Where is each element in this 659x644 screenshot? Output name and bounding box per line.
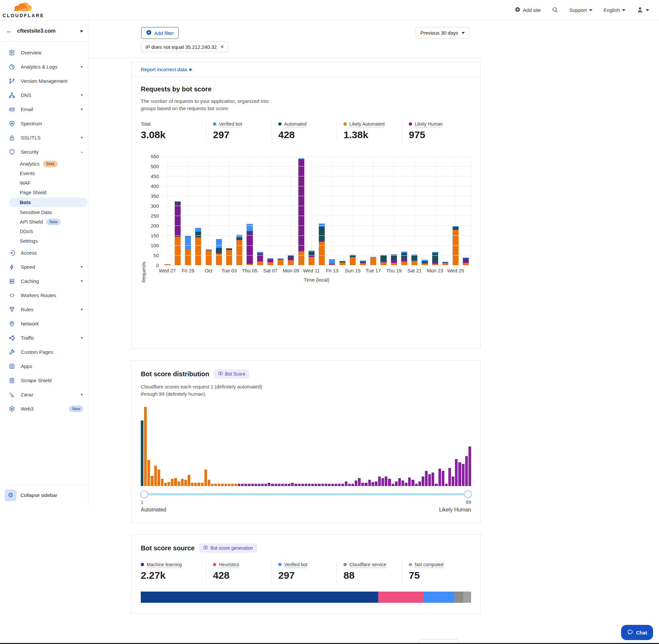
distribution-bar-score-79 — [402, 480, 404, 486]
sidebar-item-security[interactable]: Security▲ — [0, 145, 88, 159]
bar-segment-automated — [380, 256, 386, 262]
y-tick: 0 — [156, 262, 159, 268]
stat-label: Verified bot — [284, 562, 307, 567]
sidebar-item-page-shield[interactable]: Page Shield — [0, 188, 88, 197]
sidebar-item-access[interactable]: Access — [0, 246, 88, 260]
account-menu[interactable] — [637, 6, 649, 14]
x-tick: Thu 19 — [386, 268, 402, 273]
slider-handle-min[interactable] — [140, 490, 148, 498]
sidebar-item-settings[interactable]: Settings — [0, 236, 88, 246]
stat-cloudflare-service: Cloudflare service88 — [336, 561, 402, 583]
stat-label: Automated — [284, 121, 307, 127]
bar-oct-07 — [265, 156, 275, 265]
sidebar-item-analytics[interactable]: AnalyticsBeta — [0, 159, 88, 168]
distribution-bar-score-1 — [141, 420, 143, 486]
stat-label: Not computed — [415, 562, 443, 567]
bar-segment-verified-bot — [195, 228, 201, 232]
sidebar-item-label: Apps — [21, 363, 84, 369]
distribution-bar-score-80 — [405, 483, 407, 486]
sidebar-item-apps[interactable]: Apps — [0, 359, 88, 373]
settings-gear-button[interactable]: ⚙ — [5, 489, 17, 501]
sidebar-subitem-label: WAF — [20, 180, 31, 186]
language-menu[interactable]: English — [604, 7, 626, 13]
report-incorrect-data-link[interactable]: Report incorrect data ▶ — [132, 62, 480, 77]
bar-segment-likely-human — [401, 258, 407, 262]
bar-segment-likely-automated — [175, 237, 181, 265]
slider-handle-max[interactable] — [464, 490, 472, 498]
sidebar-item-scrape-shield[interactable]: Scrape Shield — [0, 373, 88, 388]
sidebar-item-version-management[interactable]: Version Management — [0, 74, 88, 88]
sidebar-item-zaraz[interactable]: Zaraz▼ — [0, 388, 88, 401]
distribution-bar-score-19 — [201, 483, 204, 486]
distribution-bar-score-25 — [221, 484, 223, 486]
collapse-sidebar-button[interactable]: Collapse sidebar — [20, 492, 57, 498]
distribution-bar-score-26 — [225, 484, 227, 486]
bar-segment-likely-human — [391, 259, 397, 263]
sidebar-item-sensitive-data[interactable]: Sensitive Data — [0, 207, 88, 217]
source-stats-row: Machine learning2.27kHeuristics428Verifi… — [141, 561, 471, 583]
distribution-bar-score-43 — [281, 484, 284, 486]
sidebar-item-overview[interactable]: Overview — [0, 46, 88, 60]
legend-dot — [278, 122, 282, 125]
sidebar-item-web3[interactable]: Web3New — [0, 401, 88, 416]
sidebar-item-caching[interactable]: Caching▼ — [0, 274, 88, 288]
distribution-bar-score-81 — [408, 478, 411, 486]
sidebar-subitem-label: DDoS — [20, 229, 33, 234]
cloudflare-logo[interactable]: CLOUDFLARE — [5, 2, 42, 18]
sidebar-item-analytics-logs[interactable]: Analytics & Logs▼ — [0, 60, 88, 74]
support-menu[interactable]: Support — [569, 7, 592, 13]
bar-oct-21 — [409, 156, 420, 265]
bot-score-generation-badge[interactable]: Bot score generation — [199, 544, 257, 553]
chevron-right-icon[interactable]: ▶ — [81, 29, 84, 33]
distribution-bar-score-12 — [178, 481, 180, 486]
search-button[interactable] — [552, 6, 558, 14]
stat-label: Likely Human — [415, 121, 443, 127]
sidebar-item-events[interactable]: Events — [0, 168, 88, 178]
sidebar-item-speed[interactable]: Speed▼ — [0, 260, 88, 274]
chevron-down-icon: ▼ — [80, 65, 84, 69]
site-name[interactable]: cftestsite3.com — [17, 28, 76, 34]
sidebar-item-ssl-tls[interactable]: SSL/TLS▼ — [0, 131, 88, 145]
distribution-bar-score-57 — [328, 484, 331, 486]
x-axis-label: Time (local) — [162, 277, 471, 282]
sidebar-item-bots[interactable]: Bots — [9, 198, 87, 207]
score-range-slider[interactable] — [144, 493, 468, 495]
distribution-bar-score-14 — [184, 480, 187, 486]
sidebar-item-ddos[interactable]: DDoS — [0, 227, 88, 236]
bar-segment-likely-automated — [236, 240, 242, 265]
chat-button[interactable]: Chat — [621, 625, 653, 640]
bar-segment-likely-automated — [380, 262, 386, 265]
back-arrow-icon[interactable]: ← — [6, 27, 13, 34]
sidebar-item-rules[interactable]: Rules▼ — [0, 302, 88, 317]
add-site-button[interactable]: Add site — [515, 6, 541, 14]
x-tick: Sat 21 — [407, 268, 422, 273]
distribution-bar-score-9 — [167, 482, 170, 486]
sidebar-item-spectrum[interactable]: Spectrum — [0, 116, 88, 131]
bar-segment-likely-automated — [195, 237, 201, 265]
beta-badge: Beta — [43, 161, 58, 167]
sidebar-item-workers-routes[interactable]: Workers Routes — [0, 288, 88, 302]
distribution-bar-score-83 — [415, 484, 418, 486]
plus-circle-icon — [515, 6, 521, 14]
add-filter-button[interactable]: Add filter — [141, 27, 179, 39]
sidebar-item-waf[interactable]: WAF — [0, 178, 88, 188]
bar-oct-02 — [214, 156, 224, 265]
close-icon[interactable]: ✕ — [220, 44, 225, 50]
sidebar-item-api-shield[interactable]: API ShieldNew — [0, 217, 88, 227]
distribution-bar-score-28 — [231, 484, 234, 486]
distribution-bar-score-34 — [251, 484, 254, 486]
bar-segment-likely-human — [288, 257, 294, 260]
gridline — [162, 265, 471, 266]
sidebar-item-custom-pages[interactable]: Custom Pages — [0, 345, 88, 359]
sidebar-item-email[interactable]: Email▼ — [0, 102, 88, 116]
y-tick: 300 — [151, 203, 159, 209]
sidebar-item-dns[interactable]: DNS▼ — [0, 88, 88, 102]
chevron-down-icon — [589, 9, 592, 11]
distribution-bar-score-72 — [378, 477, 381, 486]
date-range-dropdown[interactable]: Previous 30 days — [416, 27, 469, 39]
bot-score-badge[interactable]: Bot Score — [214, 369, 249, 378]
distribution-bar-score-44 — [284, 484, 287, 486]
filter-chip[interactable]: IP does not equal 35.212.240.32 ✕ — [141, 42, 229, 52]
sidebar-item-traffic[interactable]: Traffic▼ — [0, 331, 88, 345]
sidebar-item-network[interactable]: Network — [0, 317, 88, 331]
